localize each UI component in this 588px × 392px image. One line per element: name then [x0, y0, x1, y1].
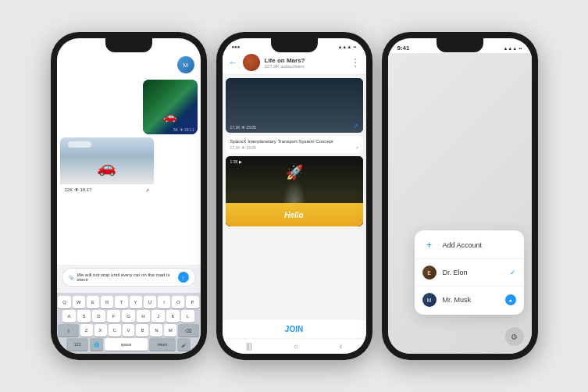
chevron-left-icon: ‹ — [63, 62, 66, 69]
account-menu: + Add Account E Dr. Elon ✓ M — [415, 230, 524, 315]
phone-3: 9:41 ▲▲▲ ▪▪ + Add Account — [382, 32, 538, 360]
bottom-nav-2: ||| ○ ‹ — [223, 338, 366, 354]
key-s[interactable]: S — [77, 310, 91, 323]
notch-1 — [105, 38, 152, 52]
phone-1-screen: 9:41 ●●●● ▲ ▪ ‹ Back Musk's Channel 34 4… — [57, 38, 201, 354]
notch-3 — [437, 38, 483, 52]
back-nav-icon[interactable]: ‹ — [340, 342, 342, 351]
key-delete[interactable]: ⌫ — [178, 324, 198, 337]
sticker-meta: 5K 👁 18:11 — [173, 127, 194, 132]
key-j[interactable]: J — [151, 310, 165, 323]
forward-icon: ↗ — [145, 187, 149, 193]
key-w[interactable]: W — [73, 296, 85, 308]
send-button[interactable]: ↑ — [178, 272, 189, 283]
settings-button[interactable]: ⚙ — [505, 327, 524, 346]
join-area: JOIN — [223, 320, 366, 338]
menu-divider-1 — [415, 258, 524, 259]
time-1: 9:41 — [66, 45, 79, 52]
time-2: ●●● — [232, 45, 241, 49]
keyboard: Q W E R T Y U I O P A S D F G H — [57, 293, 201, 354]
account-item-musk[interactable]: M Mr. Musk ● — [415, 288, 524, 312]
menu-divider-2 — [415, 286, 524, 287]
add-account-item[interactable]: + Add Account — [415, 233, 524, 257]
key-z[interactable]: Z — [80, 324, 93, 337]
sticker-message: 🚗 5K 👁 18:11 — [143, 80, 198, 134]
key-v[interactable]: V — [123, 324, 135, 337]
key-space[interactable]: space — [105, 338, 148, 351]
back-arrow-icon[interactable]: ← — [229, 57, 238, 68]
key-123[interactable]: 123 — [66, 338, 88, 351]
key-o[interactable]: O — [172, 296, 184, 308]
hello-text: Hello — [284, 211, 303, 219]
key-a[interactable]: A — [62, 310, 76, 323]
key-k[interactable]: K — [166, 310, 180, 323]
key-mic[interactable]: 🎤 — [177, 338, 191, 351]
channel-header-2: ← Life on Mars? 227.9K subscribers ⋮ — [223, 51, 366, 75]
circle-icon[interactable]: ○ — [294, 342, 298, 351]
car-message: 🚗 12K 👁 18:17 ↗ — [60, 137, 154, 196]
key-n[interactable]: N — [150, 324, 162, 337]
keyboard-row-4: 123 🌐 space return 🎤 — [59, 338, 199, 351]
join-button[interactable]: JOIN — [285, 325, 303, 333]
key-return[interactable]: return — [149, 338, 176, 351]
key-f[interactable]: F — [107, 310, 120, 323]
battery-icon-2: ▪▪ — [353, 45, 356, 49]
rocket-emoji: 🚀 — [286, 164, 303, 181]
text-meta: 17.1K 👁 15:05 — [230, 145, 256, 150]
time-3: 9:41 — [397, 45, 410, 52]
aurora-bg — [143, 80, 198, 134]
key-p[interactable]: P — [186, 296, 198, 308]
key-b[interactable]: B — [136, 324, 148, 337]
more-icon[interactable]: ⋮ — [351, 57, 360, 68]
share-icon[interactable]: ↗ — [353, 123, 358, 130]
key-q[interactable]: Q — [58, 296, 70, 308]
back-button-1[interactable]: ‹ Back — [63, 62, 80, 69]
key-m[interactable]: M — [164, 324, 176, 337]
phone-1: 9:41 ●●●● ▲ ▪ ‹ Back Musk's Channel 34 4… — [51, 32, 207, 360]
key-h[interactable]: H — [137, 310, 150, 323]
battery-icon-1: ▪ — [189, 46, 191, 51]
rocket-video[interactable]: 🚀 1:39 ▶ 17.1K 👁 15:05 ↗ Hello — [226, 156, 363, 226]
car-sticker-emoji: 🚗 — [163, 110, 176, 123]
key-t[interactable]: T — [115, 296, 127, 308]
key-globe[interactable]: 🌐 — [90, 338, 103, 351]
elon-avatar: E — [422, 265, 437, 280]
car-msg-bubble: 12K 👁 18:17 ↗ — [60, 184, 154, 196]
account-item-elon[interactable]: E Dr. Elon ✓ — [415, 261, 524, 284]
input-text: We will not stop until every car on the … — [77, 273, 175, 282]
channel-info-1: Musk's Channel 34 470 subscribers — [80, 59, 177, 71]
key-l[interactable]: L — [181, 310, 194, 323]
chat-content-2: 17.1K 👁 15:05 ↗ SpaceX Interplanetary Tr… — [223, 75, 366, 320]
key-e[interactable]: E — [87, 296, 99, 308]
key-u[interactable]: U — [144, 296, 156, 308]
signal-icon-3: ▲▲▲ — [503, 46, 517, 51]
key-y[interactable]: Y — [130, 296, 142, 308]
keyboard-row-1: Q W E R T Y U I O P — [59, 296, 199, 308]
chat-content-1: 🚗 5K 👁 18:11 🚗 12K 👁 18:17 ↗ — [57, 77, 201, 265]
phone-3-screen: 9:41 ▲▲▲ ▪▪ + Add Account — [388, 38, 532, 354]
key-d[interactable]: D — [92, 310, 105, 323]
keyboard-row-2: A S D F G H J K L — [59, 310, 199, 323]
hello-sticker: Hello — [226, 203, 363, 226]
message-input[interactable]: 📎 We will not stop until every car on th… — [62, 268, 196, 287]
key-c[interactable]: C — [109, 324, 121, 337]
car-image: 🚗 — [60, 137, 154, 184]
key-g[interactable]: G — [122, 310, 135, 323]
channel-name-2: Life on Mars? — [265, 57, 351, 64]
channel-subs-1: 34 470 subscribers — [80, 66, 177, 71]
phone-2: ●●● ▲▲▲ ▪▪ ← Life on Mars? 227.9K subscr… — [216, 32, 372, 360]
signal-icon-2: ▲▲▲ — [337, 45, 351, 49]
key-shift[interactable]: ⇧ — [58, 324, 78, 337]
home-icon[interactable]: ||| — [246, 342, 252, 351]
musk-name: Mr. Musk — [443, 296, 499, 304]
key-r[interactable]: R — [101, 296, 113, 308]
mars-video-1[interactable]: 17.1K 👁 15:05 ↗ — [226, 78, 363, 133]
checkmark-icon: ✓ — [510, 269, 516, 276]
chat-input-area: 📎 We will not stop until every car on th… — [57, 265, 201, 293]
text-share-icon[interactable]: ↗ — [355, 145, 358, 150]
back-label: Back — [66, 62, 80, 69]
key-i[interactable]: I — [158, 296, 170, 308]
mars-avatar — [243, 54, 260, 71]
key-x[interactable]: X — [94, 324, 107, 337]
plus-icon: + — [426, 240, 432, 251]
